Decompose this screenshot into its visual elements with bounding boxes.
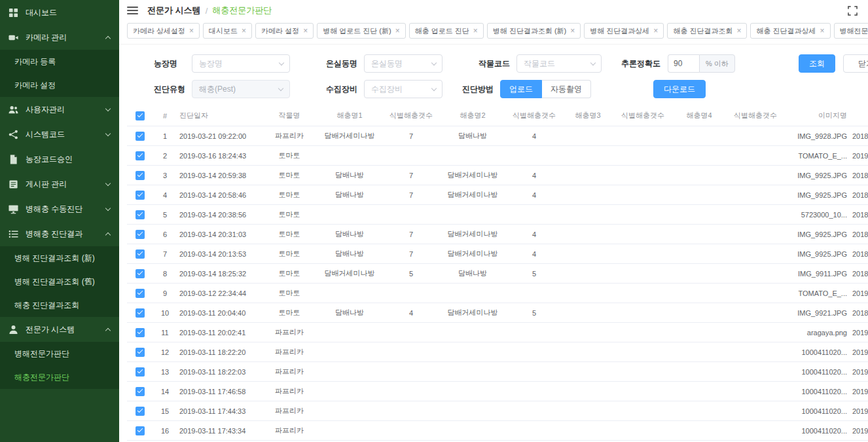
column-header[interactable]: 식별해충갯수 xyxy=(727,105,784,126)
sidebar-item[interactable]: 병해충 진단결과 xyxy=(0,221,119,246)
row-checkbox[interactable] xyxy=(136,308,145,318)
row-checkbox[interactable] xyxy=(136,426,145,435)
row-checkbox[interactable] xyxy=(136,289,145,298)
table-row[interactable]: 62019-03-14 20:31:03토마토담배나방7담배거세미나방4IMG_… xyxy=(127,225,868,244)
tab-close-icon[interactable]: × xyxy=(570,27,575,35)
column-header[interactable]: 진단일자 xyxy=(177,105,263,126)
tab-close-icon[interactable]: × xyxy=(189,27,194,35)
table-row[interactable]: 142019-03-11 17:46:58파프리카1000411020...20… xyxy=(127,382,868,401)
sidebar-subitem[interactable]: 병해전문가판단 xyxy=(0,342,119,365)
column-header[interactable]: 해충명3 xyxy=(562,105,614,126)
column-header[interactable]: 식별해충갯수 xyxy=(384,105,439,126)
table-row[interactable]: 72019-03-14 20:13:53토마토담배나방7담배거세미나방4IMG_… xyxy=(127,244,868,264)
table-row[interactable]: 82019-03-14 18:25:32토마토담배거세미나방5담배나방5IMG_… xyxy=(127,264,868,284)
sidebar-subitem[interactable]: 카메라 등록 xyxy=(0,50,119,73)
tab-item[interactable]: 해충 진단결과상세× xyxy=(750,23,830,39)
row-checkbox[interactable] xyxy=(136,269,145,278)
tab-item[interactable]: 카메라 설정× xyxy=(255,23,314,39)
table-row[interactable]: 152019-03-11 17:44:33파프리카1000411020...20… xyxy=(127,401,868,421)
sidebar-item[interactable]: 대시보드 xyxy=(0,0,119,25)
tab-item[interactable]: 병해 업로드 진단 (新)× xyxy=(317,23,406,39)
column-header[interactable]: # xyxy=(153,105,177,126)
table-row[interactable]: 102019-03-11 20:04:40토마토담배나방4담배거세미나방5IMG… xyxy=(127,303,868,323)
sidebar-item[interactable]: 사용자관리 xyxy=(0,97,119,122)
column-header[interactable] xyxy=(850,105,868,126)
sidebar-subitem[interactable]: 병해 진단결과조회 (舊) xyxy=(0,270,119,293)
column-header[interactable]: 해충명4 xyxy=(672,105,727,126)
row-checkbox[interactable] xyxy=(136,132,145,141)
column-header[interactable]: 식별해충갯수 xyxy=(614,105,672,126)
table-row[interactable]: 52019-03-14 20:38:56토마토5723000_10...2018 xyxy=(127,205,868,225)
table-row[interactable]: 162019-03-11 17:43:34파프리카1000411020...20… xyxy=(127,421,868,441)
row-checkbox[interactable] xyxy=(136,328,145,337)
row-checkbox[interactable] xyxy=(136,171,145,180)
tab-item[interactable]: 해충 진단결과조회× xyxy=(667,23,747,39)
sidebar-item[interactable]: 전문가 시스템 xyxy=(0,317,119,342)
pest2-name xyxy=(439,421,507,441)
tab-close-icon[interactable]: × xyxy=(820,27,825,35)
pest2-count: 5 xyxy=(507,264,562,284)
column-header[interactable]: 작물명 xyxy=(263,105,316,126)
row-checkbox[interactable] xyxy=(136,367,145,377)
column-header[interactable]: 이미지명 xyxy=(784,105,850,126)
table-row[interactable]: 92019-03-12 22:34:44토마토TOMATO_E_...2019 xyxy=(127,284,868,303)
row-checkbox[interactable] xyxy=(136,249,145,259)
sidebar-item[interactable]: 게시판 관리 xyxy=(0,172,119,196)
table-row[interactable]: 112019-03-11 20:02:41파프리카aragaya.png2019 xyxy=(127,323,868,342)
image-name: IMG_9925.JPG xyxy=(784,225,850,244)
farm-input[interactable] xyxy=(192,54,290,73)
sidebar-item[interactable]: 카메라 관리 xyxy=(0,25,119,50)
table-row[interactable]: 122019-03-11 18:22:20파프리카1000411020...20… xyxy=(127,342,868,362)
close-button[interactable]: 닫기 xyxy=(843,54,868,73)
row-checkbox[interactable] xyxy=(136,348,145,357)
tab-item[interactable]: 카메라 상세설정× xyxy=(127,23,200,39)
tab-item[interactable]: 병해 진단결과상세× xyxy=(584,23,664,39)
tab-close-icon[interactable]: × xyxy=(736,27,741,35)
tab-item[interactable]: 대시보드× xyxy=(203,23,252,39)
tab-close-icon[interactable]: × xyxy=(473,27,478,35)
sidebar-subitem[interactable]: 카메라 설정 xyxy=(0,73,119,97)
method-field: 진단방법 업로드 자동촬영 xyxy=(462,80,591,98)
method-option-upload[interactable]: 업로드 xyxy=(500,80,542,98)
hamburger-menu-icon[interactable] xyxy=(127,7,138,14)
select-all-checkbox[interactable] xyxy=(136,111,145,120)
column-header[interactable]: 해충명1 xyxy=(316,105,384,126)
sidebar-subitem[interactable]: 병해 진단결과조회 (新) xyxy=(0,246,119,270)
method-option-auto[interactable]: 자동촬영 xyxy=(542,80,591,98)
tab-item[interactable]: 병해전문가판단× xyxy=(834,23,868,39)
table-row[interactable]: 12019-03-21 09:22:00파프리카담배거세미나방7담배나방4IMG… xyxy=(127,126,868,146)
fullscreen-icon[interactable] xyxy=(848,6,858,16)
sidebar-subitem[interactable]: 해충 진단결과조회 xyxy=(0,293,119,317)
row-checkbox[interactable] xyxy=(136,230,145,239)
column-header[interactable]: 해충명2 xyxy=(439,105,507,126)
table-row[interactable]: 22019-03-16 18:24:43토마토TOMATO_E_...2019 xyxy=(127,146,868,166)
tab-close-icon[interactable]: × xyxy=(395,27,400,35)
crop-code-input[interactable] xyxy=(516,54,602,73)
row-checkbox[interactable] xyxy=(136,210,145,219)
breadcrumb-root[interactable]: 전문가 시스템 xyxy=(147,5,201,16)
sidebar-item[interactable]: 농장코드승인 xyxy=(0,147,119,172)
row-checkbox[interactable] xyxy=(136,407,145,416)
greenhouse-input[interactable] xyxy=(364,54,443,73)
search-button[interactable]: 조회 xyxy=(799,54,835,73)
row-checkbox[interactable] xyxy=(136,387,145,396)
table-row[interactable]: 42019-03-14 20:58:46토마토담배나방7담배거세미나방4IMG_… xyxy=(127,185,868,205)
tab-close-icon[interactable]: × xyxy=(653,27,658,35)
chevron-down-icon xyxy=(105,180,111,185)
download-button[interactable]: 다운로드 xyxy=(653,80,706,98)
tab-close-icon[interactable]: × xyxy=(303,27,308,35)
diagnosis-type-select[interactable]: 해충(Pest) xyxy=(192,80,290,98)
device-input[interactable] xyxy=(364,80,443,98)
tab-item[interactable]: 해충 업로드 진단× xyxy=(409,23,484,39)
tab-close-icon[interactable]: × xyxy=(242,27,246,35)
row-checkbox[interactable] xyxy=(136,151,145,160)
table-row[interactable]: 132019-03-11 18:22:03파프리카1000411020...20… xyxy=(127,362,868,382)
column-header[interactable]: 식별해충갯수 xyxy=(507,105,562,126)
accuracy-input[interactable] xyxy=(668,54,699,73)
table-row[interactable]: 32019-03-14 20:59:38토마토담배나방7담배거세미나방4IMG_… xyxy=(127,166,868,185)
tab-item[interactable]: 병해 진단결과조회 (新)× xyxy=(487,23,581,39)
sidebar-item[interactable]: 시스템코드 xyxy=(0,122,119,147)
row-checkbox[interactable] xyxy=(136,191,145,200)
sidebar-item[interactable]: 병해충 수동진단 xyxy=(0,196,119,221)
sidebar-subitem[interactable]: 해충전문가판단 xyxy=(0,365,119,389)
